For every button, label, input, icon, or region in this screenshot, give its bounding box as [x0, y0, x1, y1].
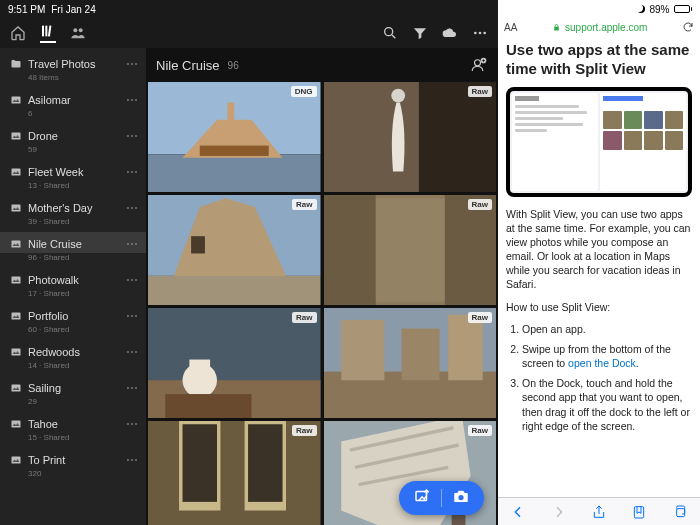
svg-rect-23 — [148, 154, 321, 192]
sidebar-item-fleet-week[interactable]: Fleet Week⋯ — [0, 160, 146, 181]
photo-thumbnail[interactable]: Raw — [148, 195, 321, 305]
search-icon[interactable] — [382, 25, 398, 41]
svg-rect-14 — [12, 277, 21, 284]
article-body[interactable]: Use two apps at the same time with Split… — [498, 39, 700, 525]
sidebar-item-meta: 39 · Shared — [0, 217, 146, 232]
svg-point-8 — [483, 32, 486, 35]
sidebar-item-mother-s-day[interactable]: Mother's Day⋯ — [0, 196, 146, 217]
camera-icon[interactable] — [452, 487, 470, 509]
back-icon[interactable] — [510, 504, 526, 520]
svg-rect-35 — [189, 360, 210, 367]
album-more-icon[interactable]: ⋯ — [126, 129, 140, 143]
sidebar-item-photowalk[interactable]: Photowalk⋯ — [0, 268, 146, 289]
cloud-icon[interactable] — [442, 25, 458, 41]
inline-link[interactable]: open the Dock — [568, 357, 636, 369]
sidebar-item-label: Nile Cruise — [28, 238, 120, 250]
sidebar-item-meta: 48 Items — [0, 73, 146, 88]
svg-point-20 — [475, 60, 481, 66]
add-photos-fab[interactable] — [399, 481, 484, 515]
svg-rect-24 — [200, 146, 269, 156]
sidebar-item-tahoe[interactable]: Tahoe⋯ — [0, 412, 146, 433]
sidebar-item-drone[interactable]: Drone⋯ — [0, 124, 146, 145]
sidebar-item-travel-photos[interactable]: Travel Photos⋯ — [0, 52, 146, 73]
more-icon[interactable] — [472, 25, 488, 41]
forward-icon[interactable] — [551, 504, 567, 520]
sidebar-item-label: Tahoe — [28, 418, 120, 430]
svg-rect-1 — [45, 26, 47, 37]
svg-point-7 — [479, 32, 482, 35]
photo-thumbnail[interactable]: Raw — [148, 421, 321, 525]
people-icon[interactable] — [70, 25, 86, 41]
photo-thumbnail[interactable]: Raw — [324, 308, 497, 418]
filter-icon[interactable] — [412, 25, 428, 41]
sidebar-item-redwoods[interactable]: Redwoods⋯ — [0, 340, 146, 361]
sidebar-item-asilomar[interactable]: Asilomar⋯ — [0, 88, 146, 109]
status-date: Fri Jan 24 — [51, 4, 95, 15]
photo-thumbnail[interactable]: DNG — [148, 82, 321, 192]
sidebar-item-nile-cruise[interactable]: Nile Cruise⋯ — [0, 232, 146, 253]
library-icon[interactable] — [40, 23, 56, 43]
album-more-icon[interactable]: ⋯ — [126, 453, 140, 467]
svg-rect-42 — [148, 421, 321, 525]
svg-rect-10 — [12, 133, 21, 140]
album-more-icon[interactable]: ⋯ — [126, 237, 140, 251]
album-more-icon[interactable]: ⋯ — [126, 273, 140, 287]
sidebar-item-meta: 14 · Shared — [0, 361, 146, 376]
album-icon — [10, 274, 22, 286]
album-more-icon[interactable]: ⋯ — [126, 381, 140, 395]
sidebar-item-meta: 15 · Shared — [0, 433, 146, 448]
album-more-icon[interactable]: ⋯ — [126, 345, 140, 359]
album-icon — [10, 202, 22, 214]
tabs-icon[interactable] — [672, 504, 688, 520]
safari-address-bar[interactable]: AA support.apple.com — [498, 18, 700, 39]
add-people-icon[interactable] — [470, 56, 488, 74]
svg-rect-0 — [42, 26, 44, 37]
home-icon[interactable] — [10, 25, 26, 41]
lightroom-toolbar — [0, 18, 498, 48]
album-more-icon[interactable]: ⋯ — [126, 165, 140, 179]
svg-rect-40 — [401, 329, 439, 381]
sidebar-item-portfolio[interactable]: Portfolio⋯ — [0, 304, 146, 325]
sidebar-item-meta: 320 — [0, 469, 146, 484]
photo-thumbnail[interactable]: Raw — [324, 195, 497, 305]
share-icon[interactable] — [591, 504, 607, 520]
folder-icon — [10, 58, 22, 70]
album-more-icon[interactable]: ⋯ — [126, 57, 140, 71]
reader-aa-icon[interactable]: AA — [504, 22, 517, 33]
bookmarks-icon[interactable] — [631, 504, 647, 520]
format-badge: Raw — [468, 312, 492, 323]
svg-point-3 — [73, 28, 77, 32]
album-more-icon[interactable]: ⋯ — [126, 417, 140, 431]
photo-grid[interactable]: DNGRawRawRawRawRawRawRaw — [146, 80, 498, 525]
sidebar-item-to-print[interactable]: To Print⋯ — [0, 448, 146, 469]
import-icon[interactable] — [413, 487, 431, 509]
reload-icon[interactable] — [682, 21, 694, 33]
sidebar-item-meta: 13 · Shared — [0, 181, 146, 196]
photo-thumbnail[interactable]: Raw — [148, 308, 321, 418]
article-intro: With Split View, you can use two apps at… — [506, 207, 692, 292]
sidebar-item-label: Fleet Week — [28, 166, 120, 178]
album-sidebar[interactable]: Travel Photos⋯48 ItemsAsilomar⋯6Drone⋯59… — [0, 48, 146, 525]
sidebar-item-label: Sailing — [28, 382, 120, 394]
svg-rect-53 — [676, 508, 684, 516]
album-more-icon[interactable]: ⋯ — [126, 309, 140, 323]
sidebar-item-label: Mother's Day — [28, 202, 120, 214]
album-more-icon[interactable]: ⋯ — [126, 201, 140, 215]
sidebar-item-meta: 59 — [0, 145, 146, 160]
photo-thumbnail[interactable]: Raw — [324, 82, 497, 192]
svg-rect-11 — [12, 169, 21, 176]
album-icon — [10, 238, 22, 250]
svg-rect-2 — [48, 26, 51, 37]
svg-point-5 — [385, 28, 393, 36]
sidebar-item-label: Asilomar — [28, 94, 120, 106]
album-more-icon[interactable]: ⋯ — [126, 93, 140, 107]
photo-grid-panel: Nile Cruise 96 DNGRawRawRawRawRawRawRaw — [146, 48, 498, 525]
sidebar-item-sailing[interactable]: Sailing⋯ — [0, 376, 146, 397]
sidebar-item-label: Drone — [28, 130, 120, 142]
sidebar-item-label: Portfolio — [28, 310, 120, 322]
album-icon — [10, 346, 22, 358]
svg-rect-39 — [341, 320, 384, 380]
sidebar-item-meta: 60 · Shared — [0, 325, 146, 340]
svg-rect-16 — [12, 349, 21, 356]
safari-pane: 89% AA support.apple.com Use two apps at… — [498, 0, 700, 525]
